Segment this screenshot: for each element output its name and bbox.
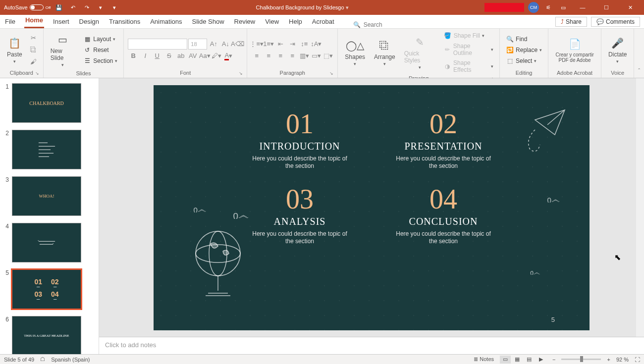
strikethrough-icon[interactable]: S: [163, 51, 174, 61]
sorter-view-icon[interactable]: ▦: [512, 356, 523, 364]
tab-home[interactable]: Home: [24, 13, 44, 28]
underline-icon[interactable]: U: [152, 51, 162, 61]
tab-help[interactable]: Help: [288, 15, 303, 28]
thumb-1[interactable]: CHALKBOARD: [12, 83, 81, 123]
undo-icon[interactable]: ↶: [67, 2, 78, 13]
bullets-icon[interactable]: ⋮≡▾: [251, 39, 262, 50]
align-left-icon[interactable]: ≡: [251, 51, 262, 61]
section-button[interactable]: ☰Section▾: [81, 56, 119, 66]
numbering-icon[interactable]: 1≡▾: [263, 39, 274, 50]
tab-transitions[interactable]: Transitions: [108, 15, 141, 28]
close-icon[interactable]: ✕: [620, 0, 640, 15]
shadow-icon[interactable]: ab: [175, 51, 186, 61]
zoom-slider[interactable]: [561, 359, 601, 360]
account-warning[interactable]: [484, 3, 524, 12]
clear-format-icon[interactable]: A⌫: [232, 39, 243, 50]
search-box[interactable]: 🔍 Search: [353, 21, 382, 28]
highlight-icon[interactable]: 🖊▾: [211, 51, 222, 61]
thumb-5[interactable]: 01━━━ 02━━━ 03━━━ 04━━━: [12, 269, 81, 309]
normal-view-icon[interactable]: ▭: [500, 356, 511, 364]
minimize-icon[interactable]: —: [573, 0, 592, 15]
tab-animations[interactable]: Animations: [149, 15, 183, 28]
reset-button[interactable]: ↺Reset: [81, 45, 110, 55]
slide-editor[interactable]: 01 INTRODUCTION Here you could describe …: [99, 78, 644, 337]
app-mode-icon[interactable]: ▭: [558, 2, 569, 13]
tab-file[interactable]: File: [4, 15, 16, 28]
tab-review[interactable]: Review: [233, 15, 257, 28]
clipboard-launcher-icon[interactable]: ↘: [35, 71, 39, 76]
cut-icon[interactable]: ✂: [28, 33, 39, 44]
toc-item-4[interactable]: 04 CONCLUSION Here you could describe th…: [391, 185, 495, 246]
smartart-icon[interactable]: ⬚▾: [322, 51, 333, 61]
thumb-6[interactable]: THIS IS A GREAT HEADLINE: [12, 316, 81, 354]
paste-button[interactable]: 📋 Paste▾: [4, 34, 25, 66]
thumb-2[interactable]: ━━━━━━━━━━━━━━━━━━━━━━━━━━━━━━━━━━━━━━━━…: [12, 130, 81, 169]
slideshow-view-icon[interactable]: ▶: [536, 356, 546, 364]
columns-icon[interactable]: ▥▾: [299, 51, 310, 61]
collapse-ribbon-icon[interactable]: ˆ: [634, 29, 644, 78]
replace-button[interactable]: 🔁Replace▾: [504, 45, 544, 55]
change-case-icon[interactable]: Aa▾: [199, 51, 210, 61]
align-right-icon[interactable]: ≡: [275, 51, 286, 61]
present-from-start-icon[interactable]: ▾: [95, 2, 106, 13]
bold-icon[interactable]: B: [128, 51, 139, 61]
toc-item-1[interactable]: 01 INTRODUCTION Here you could describe …: [248, 110, 352, 170]
maximize-icon[interactable]: ☐: [596, 0, 616, 15]
format-painter-icon[interactable]: 🖌: [28, 56, 39, 67]
thumb-3[interactable]: WHOA!: [12, 176, 81, 216]
dictate-button[interactable]: 🎤Dictate▾: [605, 34, 630, 66]
thumb-4[interactable]: "━━━━━━━━━━━━━━━━━━━━": [12, 223, 81, 262]
vertical-scrollbar[interactable]: [636, 78, 644, 337]
share-button[interactable]: ⤴Share: [555, 17, 587, 27]
accessibility-icon[interactable]: ☖: [40, 356, 45, 363]
arrange-button[interactable]: ⿻Arrange▾: [371, 37, 398, 68]
italic-icon[interactable]: I: [140, 51, 151, 61]
font-color-icon[interactable]: A▾: [223, 51, 234, 61]
zoom-out-icon[interactable]: −: [552, 357, 555, 363]
shapes-button[interactable]: ◯△Shapes▾: [342, 37, 368, 68]
toc-item-2[interactable]: 02 PRESENTATION Here you could describe …: [391, 110, 495, 170]
increase-font-icon[interactable]: A↑: [208, 39, 219, 50]
tab-insert[interactable]: Insert: [52, 15, 70, 28]
line-spacing-icon[interactable]: ↕≡: [299, 39, 310, 50]
tab-slideshow[interactable]: Slide Show: [191, 15, 225, 28]
find-button[interactable]: 🔍Find: [504, 34, 529, 44]
adobe-pdf-button[interactable]: 📄Crear y compartir PDF de Adobe: [552, 35, 597, 65]
decrease-indent-icon[interactable]: ⇤: [275, 39, 286, 50]
notes-toggle[interactable]: ≣ Notes: [474, 356, 494, 363]
increase-indent-icon[interactable]: ⇥: [287, 39, 298, 50]
zoom-in-icon[interactable]: +: [607, 357, 610, 363]
ribbon-display-icon[interactable]: ⚟: [543, 2, 554, 13]
tab-view[interactable]: View: [264, 15, 280, 28]
reading-view-icon[interactable]: ▤: [524, 356, 535, 364]
slide-canvas[interactable]: 01 INTRODUCTION Here you could describe …: [154, 85, 590, 330]
language-status[interactable]: Spanish (Spain): [51, 357, 90, 363]
font-name-combo[interactable]: [128, 39, 187, 50]
slide-counter[interactable]: Slide 5 of 49: [4, 357, 34, 363]
copy-icon[interactable]: ⿻: [28, 45, 39, 55]
paragraph-launcher-icon[interactable]: ↘: [329, 71, 333, 76]
align-center-icon[interactable]: ≡: [263, 51, 274, 61]
font-launcher-icon[interactable]: ↘: [239, 71, 243, 76]
user-avatar[interactable]: CM: [528, 2, 539, 13]
tab-acrobat[interactable]: Acrobat: [311, 15, 335, 28]
layout-button[interactable]: ▦Layout▾: [81, 34, 117, 44]
font-size-combo[interactable]: 18: [188, 39, 207, 50]
autosave-toggle[interactable]: AutoSave Off: [4, 4, 51, 10]
char-spacing-icon[interactable]: AV: [187, 51, 198, 61]
toc-item-3[interactable]: 03 ANALYSIS Here you could describe the …: [248, 185, 352, 246]
select-button[interactable]: ⬚Select▾: [504, 56, 538, 66]
notes-pane[interactable]: Click to add notes: [99, 337, 644, 354]
align-text-icon[interactable]: ▭▾: [311, 51, 322, 61]
save-icon[interactable]: 💾: [54, 2, 64, 13]
thumbnail-panel[interactable]: 1CHALKBOARD 2━━━━━━━━━━━━━━━━━━━━━━━━━━━…: [0, 78, 99, 354]
zoom-level[interactable]: 92 %: [616, 357, 629, 363]
comments-button[interactable]: 💬Comments: [591, 17, 640, 27]
text-direction-icon[interactable]: ↕A▾: [311, 39, 322, 50]
decrease-font-icon[interactable]: A↓: [220, 39, 231, 50]
new-slide-button[interactable]: ▭ New Slide▾: [48, 31, 79, 69]
tab-design[interactable]: Design: [78, 15, 100, 28]
fit-window-icon[interactable]: ⛶: [635, 357, 640, 363]
justify-icon[interactable]: ≡: [287, 51, 298, 61]
qat-more-icon[interactable]: ▾: [109, 2, 120, 13]
